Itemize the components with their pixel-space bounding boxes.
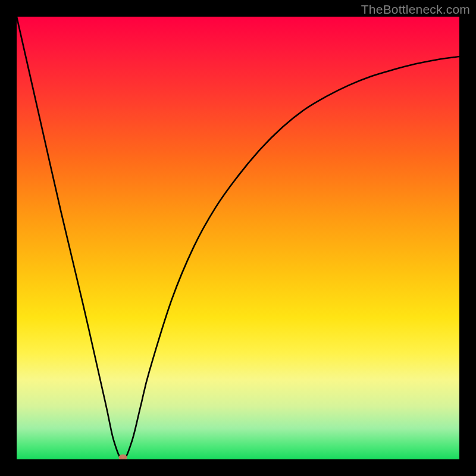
- optimal-point-marker: [119, 455, 127, 460]
- bottleneck-curve: [17, 17, 459, 459]
- curve-group: [17, 17, 459, 459]
- plot-area: [17, 17, 459, 459]
- curve-svg: [17, 17, 459, 459]
- watermark-text: TheBottleneck.com: [361, 2, 470, 17]
- chart-frame: TheBottleneck.com: [0, 0, 476, 476]
